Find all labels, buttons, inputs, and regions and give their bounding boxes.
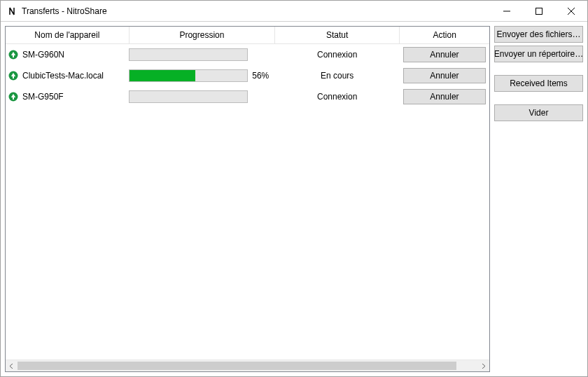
- device-name: SM-G960N: [22, 50, 64, 60]
- upload-icon: [8, 71, 18, 81]
- scroll-left-arrow-icon[interactable]: [6, 360, 18, 371]
- window-title: Transferts - NitroShare: [22, 6, 491, 16]
- send-directory-button[interactable]: Envoyer un répertoire…: [494, 46, 583, 62]
- transfers-panel: Nom de l'appareil Progression Statut Act…: [5, 26, 490, 372]
- column-header-device[interactable]: Nom de l'appareil: [6, 27, 129, 43]
- status-cell: Connexion: [275, 43, 400, 65]
- window: Transferts - NitroShare: [0, 0, 588, 377]
- progress-cell: 56%: [129, 65, 274, 86]
- cancel-button[interactable]: Annuler: [403, 47, 486, 62]
- status-cell: En cours: [275, 65, 400, 86]
- content-area: Nom de l'appareil Progression Statut Act…: [1, 22, 587, 376]
- sidebar-separator: [494, 65, 583, 72]
- send-files-button[interactable]: Envoyer des fichiers…: [494, 26, 583, 43]
- column-header-progress[interactable]: Progression: [129, 27, 274, 43]
- titlebar: Transferts - NitroShare: [1, 1, 587, 22]
- cancel-button[interactable]: Annuler: [403, 89, 486, 104]
- scroll-thumb[interactable]: [18, 362, 456, 370]
- svg-rect-0: [536, 8, 542, 14]
- device-cell: SM-G950F: [6, 86, 129, 107]
- column-header-action[interactable]: Action: [400, 27, 489, 43]
- table-row[interactable]: SM-G950FConnexionAnnuler: [6, 86, 489, 107]
- device-cell: SM-G960N: [6, 44, 129, 65]
- transfers-table-wrapper: Nom de l'appareil Progression Statut Act…: [6, 27, 489, 359]
- window-controls: [491, 1, 587, 21]
- progress-bar: [129, 48, 248, 61]
- app-icon: [6, 6, 18, 17]
- progress-fill: [130, 70, 195, 81]
- progress-cell: [129, 86, 274, 107]
- table-row[interactable]: SM-G960NConnexionAnnuler: [6, 43, 489, 65]
- minimize-button[interactable]: [491, 1, 523, 21]
- sidebar: Envoyer des fichiers… Envoyer un réperto…: [494, 26, 583, 372]
- sidebar-separator: [494, 95, 583, 102]
- progress-bar: [129, 90, 248, 103]
- close-button[interactable]: [555, 1, 587, 21]
- device-name: ClubicTests-Mac.local: [22, 71, 104, 81]
- upload-icon: [8, 92, 18, 102]
- maximize-button[interactable]: [523, 1, 555, 21]
- cancel-button[interactable]: Annuler: [403, 68, 486, 83]
- progress-cell: [129, 44, 274, 65]
- table-header-row: Nom de l'appareil Progression Statut Act…: [6, 27, 489, 43]
- received-items-button[interactable]: Received Items: [494, 75, 583, 92]
- progress-label: 56%: [252, 71, 269, 81]
- column-header-status[interactable]: Statut: [275, 27, 400, 43]
- scroll-track[interactable]: [18, 360, 477, 371]
- transfers-table: Nom de l'appareil Progression Statut Act…: [6, 27, 489, 107]
- status-cell: Connexion: [275, 86, 400, 107]
- clear-button[interactable]: Vider: [494, 104, 583, 121]
- scroll-right-arrow-icon[interactable]: [477, 360, 489, 371]
- progress-bar: [129, 69, 248, 82]
- table-row[interactable]: ClubicTests-Mac.local56%En coursAnnuler: [6, 65, 489, 86]
- device-name: SM-G950F: [22, 92, 64, 102]
- device-cell: ClubicTests-Mac.local: [6, 65, 129, 86]
- upload-icon: [8, 50, 18, 60]
- horizontal-scrollbar[interactable]: [6, 359, 489, 371]
